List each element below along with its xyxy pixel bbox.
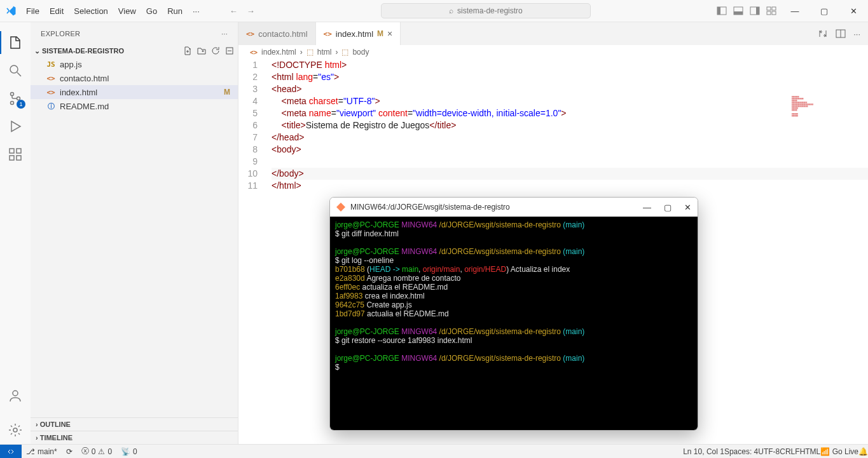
command-center[interactable]: ⌕ sistema-de-registro: [381, 3, 591, 18]
explorer-more-icon[interactable]: ···: [221, 30, 228, 37]
breadcrumb[interactable]: <> index.html › ⬚ html › ⬚ body: [238, 45, 868, 59]
tab-label: index.html: [336, 29, 373, 39]
nav-fwd-icon[interactable]: →: [247, 6, 255, 16]
nav-back-icon[interactable]: ←: [230, 6, 238, 16]
activity-scm-icon[interactable]: 1: [0, 84, 31, 112]
folder-name: SISTEMA-DE-REGISTRO: [42, 47, 124, 55]
status-lang[interactable]: HTML: [800, 447, 821, 456]
status-problems[interactable]: ⓧ 0 ⚠ 0: [77, 446, 116, 457]
file-icon: <>: [46, 88, 56, 97]
minimap[interactable]: ████████████████████████████████████████…: [792, 96, 868, 172]
editor-tab[interactable]: <>index.htmlM×: [316, 22, 401, 45]
editor-tab[interactable]: <>contacto.html: [238, 22, 316, 45]
term-minimize-icon[interactable]: —: [643, 203, 651, 212]
vscode-logo-icon: [0, 5, 22, 17]
file-icon: <>: [250, 49, 258, 56]
status-sync-icon[interactable]: ⟳: [62, 447, 77, 456]
scm-badge: 1: [17, 100, 25, 109]
new-folder-icon[interactable]: [197, 46, 206, 55]
status-bell-icon[interactable]: 🔔: [858, 447, 868, 456]
terminal-window[interactable]: MINGW64:/d/JORGE/wsgit/sistema-de-regist…: [329, 197, 698, 431]
menu-file[interactable]: File: [22, 4, 44, 18]
file-name: README.md: [60, 102, 109, 111]
gutter: 1234567891011: [238, 59, 269, 444]
activity-extensions-icon[interactable]: [0, 140, 31, 168]
new-file-icon[interactable]: [183, 46, 192, 55]
tab-label: contacto.html: [258, 29, 307, 39]
svg-rect-8: [767, 11, 771, 15]
svg-rect-17: [17, 156, 21, 160]
search-icon: ⌕: [449, 6, 453, 15]
file-icon: <>: [46, 74, 56, 83]
activity-explorer-icon[interactable]: [0, 29, 31, 57]
search-text: sistema-de-registro: [457, 6, 523, 15]
chevron-down-icon: ⌄: [34, 47, 40, 55]
search-wrap: ⌕ sistema-de-registro: [255, 3, 717, 18]
menu-run[interactable]: Run: [163, 4, 187, 18]
svg-rect-7: [772, 7, 776, 10]
tree-item[interactable]: <>contacto.html: [31, 71, 238, 85]
close-icon[interactable]: ×: [387, 29, 392, 39]
menu-edit[interactable]: Edit: [45, 4, 68, 18]
title-bar: FileEditSelectionViewGoRun··· ← → ⌕ sist…: [0, 0, 868, 22]
status-branch[interactable]: ⎇ main*: [22, 447, 62, 456]
refresh-icon[interactable]: [211, 46, 220, 55]
activity-search-icon[interactable]: [0, 57, 31, 84]
svg-rect-5: [756, 7, 759, 15]
timeline-section[interactable]: ›TIMELINE: [31, 431, 238, 444]
activity-debug-icon[interactable]: [0, 112, 31, 140]
folder-header[interactable]: ⌄ SISTEMA-DE-REGISTRO: [31, 44, 238, 57]
svg-rect-16: [10, 156, 14, 160]
compare-changes-icon[interactable]: [818, 29, 828, 39]
nav-buttons: ← →: [230, 6, 255, 16]
menu-go[interactable]: Go: [142, 4, 162, 18]
tree-item[interactable]: <>index.htmlM: [31, 85, 238, 99]
status-bar: ⎇ main* ⟳ ⓧ 0 ⚠ 0 📡 0 Ln 10, Col 1 Space…: [0, 444, 868, 458]
svg-point-12: [11, 93, 14, 96]
editor-more-icon[interactable]: ···: [853, 29, 860, 39]
term-maximize-icon[interactable]: ▢: [664, 203, 672, 212]
status-encoding[interactable]: UTF-8: [758, 447, 780, 456]
modified-badge: M: [377, 29, 383, 38]
modified-badge: M: [224, 88, 230, 97]
terminal-title-bar[interactable]: MINGW64:/d/JORGE/wsgit/sistema-de-regist…: [330, 198, 698, 217]
activity-settings-icon[interactable]: [0, 416, 31, 444]
layout-secondary-icon[interactable]: [750, 6, 760, 16]
terminal-body[interactable]: jorge@PC-JORGE MINGW64 /d/JORGE/wsgit/si…: [330, 217, 698, 430]
file-tree: JSapp.js<>contacto.html<>index.htmlMⓘREA…: [31, 57, 238, 417]
status-spaces[interactable]: Spaces: 4: [724, 447, 758, 456]
editor-tabs: <>contacto.html<>index.htmlM× ···: [238, 22, 868, 45]
menu-view[interactable]: View: [114, 4, 141, 18]
sidebar: EXPLORER ··· ⌄ SISTEMA-DE-REGISTRO JSapp…: [31, 22, 238, 444]
collapse-icon[interactable]: [225, 46, 234, 55]
window-minimize-icon[interactable]: —: [780, 0, 809, 22]
status-golive[interactable]: 📶 Go Live: [820, 447, 858, 456]
status-port[interactable]: 📡 0: [116, 447, 142, 456]
layout-primary-icon[interactable]: [717, 6, 727, 16]
outline-section[interactable]: ›OUTLINE: [31, 417, 238, 431]
menu-selection[interactable]: Selection: [69, 4, 112, 18]
file-icon: JS: [46, 60, 56, 69]
tree-item[interactable]: JSapp.js: [31, 57, 238, 71]
file-icon: <>: [324, 30, 332, 38]
menu-···[interactable]: ···: [188, 4, 204, 18]
svg-rect-18: [17, 149, 21, 153]
git-bash-icon: [336, 203, 345, 212]
term-close-icon[interactable]: ✕: [684, 203, 691, 212]
status-eol[interactable]: CRLF: [780, 447, 799, 456]
split-editor-icon[interactable]: [836, 29, 846, 39]
activity-account-icon[interactable]: [0, 382, 31, 410]
status-lncol[interactable]: Ln 10, Col 1: [683, 447, 724, 456]
window-close-icon[interactable]: ✕: [839, 0, 868, 22]
svg-rect-9: [772, 11, 776, 15]
layout-customize-icon[interactable]: [766, 6, 776, 16]
file-icon: <>: [246, 30, 254, 38]
explorer-title: EXPLORER: [41, 30, 80, 37]
remote-icon[interactable]: [0, 445, 22, 459]
layout-panel-icon[interactable]: [733, 6, 743, 16]
window-maximize-icon[interactable]: ▢: [809, 0, 839, 22]
svg-rect-6: [767, 7, 771, 10]
chevron-right-icon: ›: [335, 48, 338, 57]
file-name: app.js: [60, 60, 82, 69]
tree-item[interactable]: ⓘREADME.md: [31, 99, 238, 113]
